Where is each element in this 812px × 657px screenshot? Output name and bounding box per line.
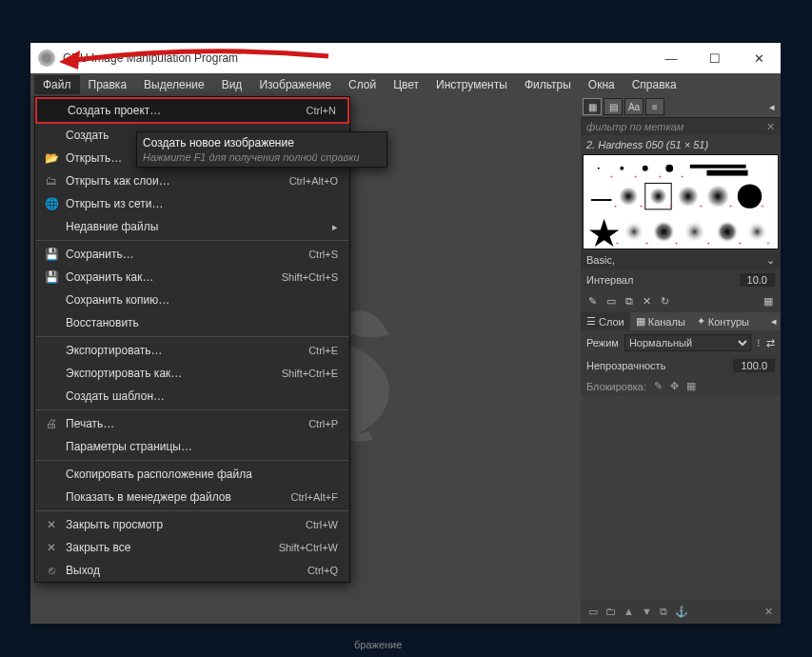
svg-text:+: + (729, 203, 733, 209)
menu-view[interactable]: Вид (213, 75, 251, 94)
svg-point-22 (716, 221, 739, 244)
svg-point-6 (620, 167, 624, 170)
menu-filters[interactable]: Фильтры (516, 75, 580, 94)
menu-item-label: Недавние файлы (62, 220, 332, 233)
menu-item[interactable]: Показать в менеджере файловCtrl+Alt+F (35, 486, 349, 508)
menu-item[interactable]: Недавние файлы▸ (35, 215, 349, 238)
brush-name-label: 2. Hardness 050 (51 × 51) (581, 135, 781, 154)
menu-item[interactable]: 🖨Печать…Ctrl+P (35, 412, 349, 435)
minimize-button[interactable]: — (649, 43, 693, 73)
menu-item[interactable]: 💾Сохранить…Ctrl+S (35, 243, 349, 266)
lock-pixels-icon[interactable]: ✎ (654, 380, 663, 392)
menu-item-icon: 💾 (41, 270, 62, 284)
lock-row: Блокировка: ✎ ✥ ▦ (581, 376, 781, 396)
titlebar: GNU Image Manipulation Program — ☐ ✕ (30, 43, 781, 73)
lock-alpha-icon[interactable]: ▦ (686, 380, 696, 392)
maximize-button[interactable]: ☐ (693, 43, 737, 73)
layer-down-icon[interactable]: ▼ (642, 606, 652, 618)
menu-item-label: Закрыть просмотр (62, 518, 306, 531)
patterns-tab-icon[interactable]: ▤ (604, 98, 623, 115)
menu-select[interactable]: Выделение (135, 75, 213, 94)
menu-help[interactable]: Справка (624, 75, 685, 94)
open-as-image-icon[interactable]: ▦ (763, 295, 773, 308)
delete-brush-icon[interactable]: ✕ (643, 295, 651, 308)
brush-filter-input[interactable]: фильтр по меткам ✕ (581, 118, 781, 135)
svg-text:+: + (669, 203, 673, 209)
svg-point-14 (650, 188, 667, 205)
menu-edit[interactable]: Правка (80, 75, 136, 94)
menu-item-label: Сохранить… (62, 248, 308, 261)
fonts-tab-icon[interactable]: Aa (624, 98, 644, 115)
menu-item-label: Экспортировать… (62, 344, 308, 357)
interval-field[interactable]: Интервал 10.0 (581, 269, 781, 290)
layers-list[interactable] (581, 396, 781, 600)
menu-color[interactable]: Цвет (385, 75, 427, 94)
duplicate-layer-icon[interactable]: ⧉ (660, 606, 667, 618)
menu-item[interactable]: 💾Сохранить как…Shift+Ctrl+S (35, 266, 349, 289)
blend-mode-select[interactable]: Нормальный (624, 334, 751, 351)
refresh-brush-icon[interactable]: ↻ (661, 295, 669, 308)
menu-item[interactable]: Сохранить копию… (35, 289, 349, 311)
new-layer-icon[interactable]: ▭ (588, 606, 598, 618)
mode-swap-icon[interactable]: ⇄ (766, 337, 775, 349)
clear-filter-icon[interactable]: ✕ (766, 121, 775, 133)
svg-text:+: + (766, 240, 770, 246)
svg-point-12 (619, 187, 638, 206)
svg-text:+: + (634, 173, 638, 179)
opacity-field[interactable]: Непрозрачность 100.0 (581, 355, 781, 376)
menu-item[interactable]: ⎋ВыходCtrl+Q (35, 559, 349, 582)
tab-layers[interactable]: ☰Слои (581, 312, 630, 330)
history-tab-icon[interactable]: ≡ (645, 98, 664, 115)
brushes-tab-icon[interactable]: ▦ (583, 98, 602, 115)
menu-item[interactable]: Экспортировать…Ctrl+E (35, 339, 349, 362)
menu-item[interactable]: Скопировать расположение файла (35, 463, 349, 486)
menu-image[interactable]: Изображение (250, 75, 340, 94)
menu-windows[interactable]: Окна (580, 75, 624, 94)
dock-tabs-top: ▦ ▤ Aa ≡ ◂ (581, 96, 781, 118)
menu-item-label: Показать в менеджере файлов (62, 490, 290, 504)
menu-item-icon: 📂 (41, 151, 62, 165)
menu-item-icon: 💾 (41, 248, 62, 261)
svg-point-23 (747, 222, 768, 243)
lock-position-icon[interactable]: ✥ (670, 380, 679, 392)
menu-item-icon: 🖨 (41, 417, 62, 430)
menu-item[interactable]: 🗂Открыть как слои…Ctrl+Alt+O (35, 169, 349, 192)
menu-item[interactable]: Создать шаблон… (35, 385, 349, 408)
tab-menu-icon[interactable]: ◂ (765, 98, 779, 115)
svg-text:+: + (675, 240, 679, 246)
menu-item[interactable]: Создать проект…Ctrl+N (35, 97, 349, 124)
file-menu-popup: Создать новое изображение Нажмите F1 для… (34, 96, 350, 583)
duplicate-brush-icon[interactable]: ⧉ (625, 295, 633, 308)
menu-item[interactable]: Параметры страницы… (35, 435, 349, 458)
menu-layer[interactable]: Слой (340, 75, 385, 94)
new-brush-icon[interactable]: ▭ (606, 295, 616, 308)
menu-file[interactable]: Файл (34, 75, 80, 94)
menu-item[interactable]: Восстановить (35, 311, 349, 334)
svg-point-15 (678, 186, 699, 207)
layer-group-icon[interactable]: 🗀 (605, 606, 616, 618)
tab-channels[interactable]: ▦Каналы (630, 312, 691, 330)
edit-brush-icon[interactable]: ✎ (588, 295, 597, 308)
chevron-down-icon: ⌄ (766, 254, 775, 267)
delete-layer-icon[interactable]: ✕ (764, 606, 773, 618)
menu-item[interactable]: ✕Закрыть всеShift+Ctrl+W (35, 536, 349, 559)
brush-preset-select[interactable]: Basic,⌄ (581, 251, 781, 269)
svg-point-21 (683, 221, 706, 244)
close-button[interactable]: ✕ (737, 43, 781, 73)
svg-point-16 (706, 185, 729, 208)
tab-paths[interactable]: ✦Контуры (691, 312, 755, 330)
menu-tools[interactable]: Инструменты (427, 75, 516, 94)
mode-toggle-icon[interactable]: ⁝ (757, 337, 761, 349)
menu-item[interactable]: Экспортировать как…Shift+Ctrl+E (35, 362, 349, 385)
layer-up-icon[interactable]: ▲ (624, 606, 634, 618)
layer-tab-menu-icon[interactable]: ◂ (767, 312, 781, 330)
brush-grid[interactable]: ++++ ++++++ ++++++ (583, 154, 779, 249)
right-dock: ▦ ▤ Aa ≡ ◂ фильтр по меткам ✕ 2. Hardnes… (581, 96, 781, 624)
menu-item-label: Сохранить как… (62, 270, 282, 284)
menu-item-label: Восстановить (62, 316, 338, 329)
menu-item[interactable]: ✕Закрыть просмотрCtrl+W (35, 513, 349, 536)
anchor-layer-icon[interactable]: ⚓ (675, 606, 688, 618)
menu-item[interactable]: 🌐Открыть из сети… (35, 192, 349, 215)
menu-item-label: Экспортировать как… (62, 367, 282, 380)
layer-tabs: ☰Слои ▦Каналы ✦Контуры ◂ (581, 312, 781, 330)
